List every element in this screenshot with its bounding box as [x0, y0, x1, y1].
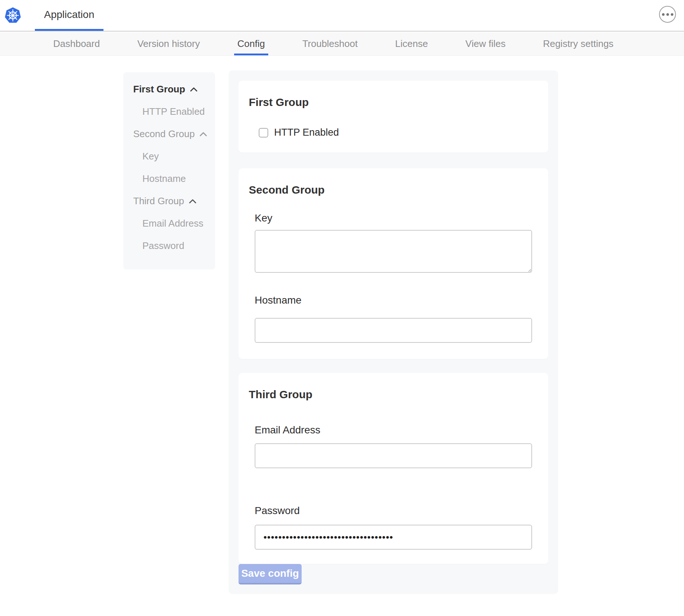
sidebar-item-label: Third Group: [133, 195, 184, 207]
chevron-up-icon: [189, 199, 196, 203]
app-header: Application: [0, 0, 684, 32]
chevron-up-icon: [200, 132, 207, 136]
checkbox-label: HTTP Enabled: [274, 127, 339, 138]
tab-troubleshoot[interactable]: Troubleshoot: [299, 32, 361, 55]
http-enabled-row: HTTP Enabled: [259, 127, 339, 138]
sidebar-item-label: Hostname: [142, 173, 186, 184]
email-address-label: Email Address: [255, 424, 320, 436]
overflow-menu-button[interactable]: [659, 6, 676, 23]
key-label: Key: [255, 212, 272, 224]
tab-config[interactable]: Config: [234, 32, 268, 55]
config-group-second: Second Group Key Hostname: [239, 168, 548, 359]
http-enabled-checkbox[interactable]: [259, 128, 268, 138]
sidebar-item-second-group[interactable]: Second Group: [123, 123, 215, 145]
nav-tab-bar: Dashboard Version history Config Trouble…: [0, 32, 684, 56]
sidebar-item-key[interactable]: Key: [123, 145, 215, 168]
save-config-button[interactable]: Save config: [239, 564, 302, 584]
ellipsis-icon: [666, 13, 669, 16]
config-group-third: Third Group Email Address Password: [239, 373, 548, 564]
sidebar-item-email-address[interactable]: Email Address: [123, 212, 215, 235]
hostname-label: Hostname: [255, 294, 302, 306]
password-input[interactable]: [255, 525, 532, 550]
group-title: Third Group: [249, 388, 312, 401]
tab-dashboard[interactable]: Dashboard: [50, 32, 103, 55]
hostname-input[interactable]: [255, 318, 532, 343]
config-form-panel: First Group HTTP Enabled Second Group Ke…: [229, 70, 558, 594]
sidebar-item-label: HTTP Enabled: [142, 106, 205, 117]
sidebar-item-password[interactable]: Password: [123, 235, 215, 257]
sidebar-item-http-enabled[interactable]: HTTP Enabled: [123, 100, 215, 123]
kubernetes-logo-icon: [4, 6, 22, 26]
sidebar-item-first-group[interactable]: First Group: [123, 78, 215, 100]
tab-version-history[interactable]: Version history: [134, 32, 203, 55]
sidebar-item-label: Second Group: [133, 128, 195, 140]
sidebar-item-hostname[interactable]: Hostname: [123, 168, 215, 190]
tab-view-files[interactable]: View files: [462, 32, 509, 55]
sidebar-item-third-group[interactable]: Third Group: [123, 190, 215, 212]
app-tab-application[interactable]: Application: [35, 0, 103, 31]
password-label: Password: [255, 505, 300, 517]
group-title: Second Group: [249, 184, 325, 196]
sidebar-item-label: First Group: [133, 84, 185, 95]
config-group-first: First Group HTTP Enabled: [239, 81, 548, 153]
chevron-up-icon: [190, 87, 197, 92]
sidebar-item-label: Email Address: [142, 218, 203, 229]
config-nav-sidebar: First Group HTTP Enabled Second Group Ke…: [123, 72, 215, 270]
tab-license[interactable]: License: [392, 32, 432, 55]
group-title: First Group: [249, 96, 309, 109]
ellipsis-icon: [671, 13, 673, 16]
sidebar-item-label: Key: [142, 151, 159, 162]
key-textarea[interactable]: [255, 230, 532, 273]
tab-registry-settings[interactable]: Registry settings: [540, 32, 617, 55]
sidebar-item-label: Password: [142, 240, 184, 252]
email-address-input[interactable]: [255, 443, 532, 468]
ellipsis-icon: [662, 13, 665, 16]
